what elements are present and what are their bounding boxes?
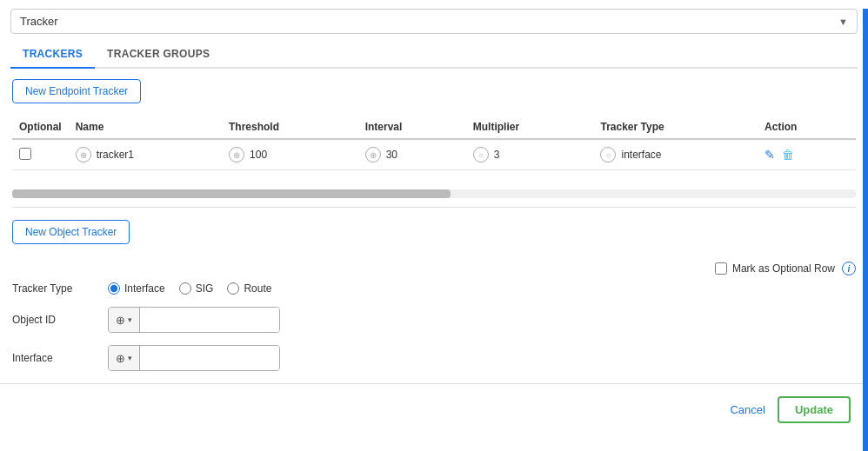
tracker-type-row: Tracker Type Interface SIG Route bbox=[12, 282, 856, 295]
row-name: ⊕ tracker1 bbox=[69, 139, 222, 170]
tracker-type-radio-group: Interface SIG Route bbox=[108, 282, 271, 295]
form-section: Tracker Type Interface SIG Route bbox=[0, 282, 868, 371]
tab-trackers[interactable]: TRACKERS bbox=[10, 41, 95, 69]
optional-checkbox[interactable] bbox=[19, 148, 31, 160]
circle-icon-type: ○ bbox=[600, 147, 616, 162]
globe-icon: ⊕ bbox=[76, 147, 91, 162]
interface-input[interactable] bbox=[140, 346, 279, 370]
globe-symbol: ⊕ bbox=[116, 314, 125, 327]
horizontal-scrollbar[interactable] bbox=[12, 189, 856, 198]
chevron-down-icon: ▼ bbox=[838, 17, 848, 27]
col-action: Action bbox=[758, 116, 856, 139]
col-name: Name bbox=[69, 116, 222, 139]
footer-buttons: Cancel Update bbox=[0, 383, 868, 432]
divider bbox=[12, 207, 856, 208]
row-multiplier: ○ 3 bbox=[466, 139, 594, 170]
interface-row: Interface ⊕ ▾ bbox=[12, 345, 856, 371]
new-endpoint-tracker-button[interactable]: New Endpoint Tracker bbox=[12, 79, 141, 103]
tracker-dropdown[interactable]: Tracker ▼ bbox=[10, 9, 858, 34]
object-tracker-section: New Object Tracker bbox=[0, 215, 868, 253]
mark-optional-checkbox[interactable] bbox=[715, 262, 727, 275]
row-action: ✎ 🗑 bbox=[758, 139, 856, 170]
interface-globe-dropdown[interactable]: ⊕ ▾ bbox=[109, 346, 140, 370]
table-row: ⊕ tracker1 ⊕ 100 ⊕ 30 bbox=[12, 139, 856, 170]
row-threshold: ⊕ 100 bbox=[222, 139, 358, 170]
cancel-button[interactable]: Cancel bbox=[730, 403, 765, 416]
radio-route[interactable]: Route bbox=[227, 282, 271, 295]
info-icon: i bbox=[842, 262, 856, 275]
row-optional bbox=[12, 139, 69, 170]
col-tracker-type: Tracker Type bbox=[593, 116, 758, 139]
radio-sig[interactable]: SIG bbox=[179, 282, 214, 295]
content-area: New Endpoint Tracker Optional Name Thres… bbox=[0, 69, 868, 181]
tab-tracker-groups[interactable]: TRACKER GROUPS bbox=[95, 41, 222, 69]
object-id-label: Object ID bbox=[12, 314, 108, 326]
trackers-table: Optional Name Threshold Interval Multipl… bbox=[12, 116, 856, 170]
new-object-tracker-button[interactable]: New Object Tracker bbox=[12, 220, 130, 244]
circle-check-icon: ○ bbox=[473, 147, 489, 162]
tracker-type-label: Tracker Type bbox=[12, 282, 108, 295]
optional-row-label[interactable]: Mark as Optional Row i bbox=[715, 262, 856, 275]
row-interval: ⊕ 30 bbox=[358, 139, 466, 170]
radio-interface[interactable]: Interface bbox=[108, 282, 165, 295]
col-multiplier: Multiplier bbox=[466, 116, 594, 139]
tracker-dropdown-label: Tracker bbox=[20, 15, 58, 28]
col-interval: Interval bbox=[358, 116, 466, 139]
col-optional: Optional bbox=[12, 116, 69, 139]
dropdown-arrow-icon-2: ▾ bbox=[128, 354, 132, 362]
main-container: Tracker ▼ TRACKERS TRACKER GROUPS New En… bbox=[0, 9, 868, 451]
scroll-thumb bbox=[12, 189, 451, 198]
object-id-globe-dropdown[interactable]: ⊕ ▾ bbox=[109, 308, 140, 332]
delete-icon[interactable]: 🗑 bbox=[782, 148, 794, 162]
radio-interface-input[interactable] bbox=[108, 282, 120, 295]
globe-icon-interval: ⊕ bbox=[365, 147, 381, 162]
row-tracker-type: ○ interface bbox=[593, 139, 758, 170]
globe-icon-threshold: ⊕ bbox=[229, 147, 244, 162]
tabs-bar: TRACKERS TRACKER GROUPS bbox=[10, 41, 858, 69]
update-button[interactable]: Update bbox=[778, 396, 851, 423]
object-id-input[interactable] bbox=[140, 308, 279, 332]
object-id-input-group: ⊕ ▾ bbox=[108, 307, 280, 333]
object-id-row: Object ID ⊕ ▾ bbox=[12, 307, 856, 333]
radio-route-input[interactable] bbox=[227, 282, 239, 295]
globe-symbol-2: ⊕ bbox=[116, 352, 125, 365]
interface-label: Interface bbox=[12, 352, 108, 364]
edit-icon[interactable]: ✎ bbox=[765, 148, 775, 162]
interface-input-group: ⊕ ▾ bbox=[108, 345, 280, 371]
dropdown-arrow-icon: ▾ bbox=[128, 315, 132, 324]
col-threshold: Threshold bbox=[222, 116, 358, 139]
optional-row-container: Mark as Optional Row i bbox=[12, 262, 856, 275]
right-scrollbar bbox=[863, 9, 868, 451]
radio-sig-input[interactable] bbox=[179, 282, 191, 295]
